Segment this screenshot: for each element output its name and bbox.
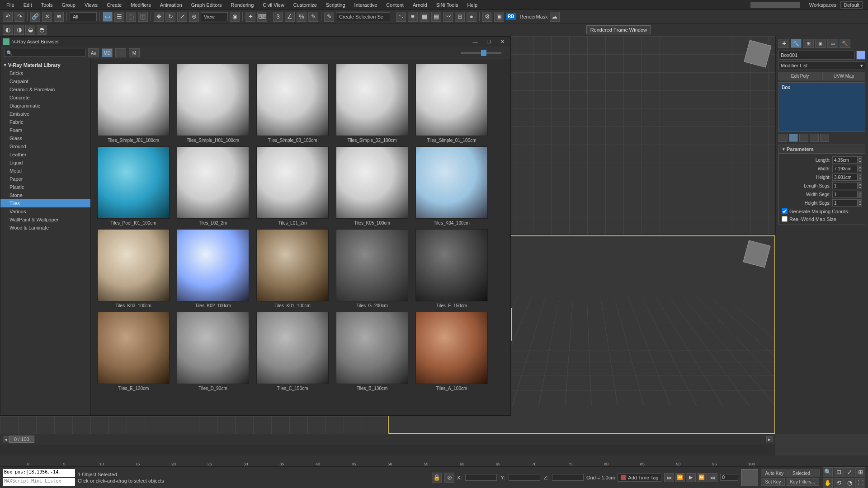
category-glass[interactable]: Glass	[0, 134, 90, 142]
material-thumb[interactable]: Tiles_Simple_01_100cm	[414, 64, 490, 143]
filter-dropdown[interactable]: All	[70, 12, 97, 21]
menu-group[interactable]: Group	[57, 1, 80, 9]
modify-tab[interactable]: 🔧	[791, 39, 802, 48]
category-fabric[interactable]: Fabric	[0, 118, 90, 126]
hgtseg-input[interactable]	[832, 199, 858, 206]
menu-help[interactable]: Help	[462, 1, 482, 9]
create-tab[interactable]: ✚	[778, 39, 789, 48]
maxscript-output[interactable]: Box pos:[18.1956,-14.	[3, 469, 75, 477]
orbit-button[interactable]: ⟲	[834, 478, 844, 488]
layer-explorer-button[interactable]: ▦	[420, 12, 429, 22]
menu-views[interactable]: Views	[80, 1, 102, 9]
viewcube-persp-icon[interactable]	[743, 240, 770, 267]
fov-button[interactable]: ◔	[844, 478, 854, 488]
material-editor-button[interactable]: ●	[467, 12, 476, 22]
width-up[interactable]: ▴	[858, 165, 862, 169]
material-thumb[interactable]: Tiles_Simple_J01_100cm	[95, 64, 171, 143]
x-input[interactable]	[465, 474, 497, 481]
curve-editor-button[interactable]: 〰	[443, 12, 453, 22]
category-plastic[interactable]: Plastic	[0, 183, 90, 191]
autokey-button[interactable]: Auto Key	[761, 469, 788, 477]
menu-animation[interactable]: Animation	[156, 1, 187, 9]
menu-edit[interactable]: Edit	[19, 1, 37, 9]
mode-list-button[interactable]: ⁝	[115, 48, 126, 57]
zoom-extents-all-button[interactable]: ⊞	[855, 467, 865, 477]
render-setup-button[interactable]: ⚙	[482, 12, 492, 22]
parameters-rollout-header[interactable]: Parameters	[778, 145, 865, 154]
maxscript-input[interactable]: MAXScript Mini Listen	[3, 478, 75, 486]
material-thumb[interactable]: Tiles_Pool_I01_100cm	[95, 146, 171, 225]
goto-end-button[interactable]: ⏭	[708, 473, 717, 482]
stack-item-box[interactable]: Box	[780, 84, 864, 91]
material-thumb[interactable]: Tiles_Simple_02_100cm	[334, 64, 410, 143]
material-thumb[interactable]: Tiles_K01_100cm	[255, 229, 330, 308]
time-slider[interactable]: ◂ 0 / 100 ▸	[0, 434, 775, 445]
redo-button[interactable]: ↷	[14, 12, 24, 22]
lenseg-up[interactable]: ▴	[858, 182, 862, 186]
pan-button[interactable]: ✋	[823, 478, 833, 488]
menu-interactive[interactable]: Interactive	[350, 1, 382, 9]
angle-snap-button[interactable]: ∠	[285, 12, 295, 22]
category-leather[interactable]: Leather	[0, 150, 90, 159]
motion-tab[interactable]: ◉	[815, 39, 826, 48]
manipulate-button[interactable]: ✦	[245, 12, 255, 22]
sec-btn-1[interactable]: ◐	[3, 25, 13, 35]
prev-frame-play-button[interactable]: ⏪	[675, 473, 685, 482]
modifier-stack[interactable]: Box	[778, 82, 865, 132]
hgtseg-up[interactable]: ▴	[858, 199, 862, 203]
height-up[interactable]: ▴	[858, 174, 862, 177]
current-frame-input[interactable]	[720, 474, 738, 481]
placement-button[interactable]: ⊕	[189, 12, 199, 22]
add-time-tag-button[interactable]: Add Time Tag	[618, 474, 661, 482]
workspace-dropdown[interactable]: Default	[840, 1, 863, 9]
zoom-button[interactable]: 🔍	[823, 467, 833, 477]
z-input[interactable]	[552, 474, 584, 481]
category-paper[interactable]: Paper	[0, 175, 90, 183]
category-ground[interactable]: Ground	[0, 142, 90, 150]
height-down[interactable]: ▾	[858, 177, 862, 181]
category-bricks[interactable]: Bricks	[0, 69, 90, 77]
category-stone[interactable]: Stone	[0, 191, 90, 199]
pin-stack-button[interactable]	[778, 134, 788, 142]
category-metal[interactable]: Metal	[0, 167, 90, 175]
schematic-view-button[interactable]: ⊞	[455, 12, 465, 22]
material-thumb[interactable]: Tiles_L02_2m	[175, 146, 251, 225]
scale-button[interactable]: ⤢	[177, 12, 187, 22]
material-thumb[interactable]: Tiles_L01_2m	[255, 146, 330, 225]
nav-plus-icon[interactable]	[741, 469, 758, 486]
widseg-input[interactable]	[832, 191, 858, 198]
play-button[interactable]: ▶	[686, 473, 696, 482]
widseg-up[interactable]: ▴	[858, 191, 862, 194]
modifier-list-dropdown[interactable]: Modifier List▾	[778, 61, 865, 70]
gen-mapping-checkbox[interactable]	[782, 208, 788, 214]
material-thumb[interactable]: Tiles_G_200cm	[334, 229, 410, 308]
asset-browser-titlebar[interactable]: V-Ray Asset Browser — ☐ ✕	[0, 37, 510, 47]
menu-file[interactable]: File	[2, 1, 19, 9]
goto-start-button[interactable]: ⏮	[664, 473, 674, 482]
material-thumb[interactable]: Tiles_Simple_H01_100cm	[175, 64, 251, 143]
window-crossing-button[interactable]: ◫	[138, 12, 148, 22]
ref-coord-dropdown[interactable]: View	[201, 12, 228, 21]
zoom-all-button[interactable]: ⊡	[834, 467, 844, 477]
edit-poly-button[interactable]: Edit Poly	[778, 72, 821, 80]
align-button[interactable]: ≡	[408, 12, 418, 22]
spinner-snap-button[interactable]: ✎	[308, 12, 318, 22]
menu-customize[interactable]: Customize	[289, 1, 321, 9]
y-input[interactable]	[509, 474, 540, 481]
length-up[interactable]: ▴	[858, 156, 862, 160]
utilities-tab[interactable]: 🔨	[840, 39, 850, 48]
height-input[interactable]	[832, 174, 858, 181]
rb-badge[interactable]: RB	[506, 13, 516, 20]
select-by-name-button[interactable]: ☰	[114, 12, 124, 22]
menu-graph-editors[interactable]: Graph Editors	[187, 1, 226, 9]
undo-button[interactable]: ↶	[3, 12, 13, 22]
category-various[interactable]: Various	[0, 207, 90, 216]
next-frame-play-button[interactable]: ⏩	[697, 473, 707, 482]
thumbnail-zoom-slider[interactable]	[461, 52, 501, 54]
bind-spacewarp-button[interactable]: ≋	[54, 12, 64, 22]
menu-tools[interactable]: Tools	[37, 1, 57, 9]
category-concrete[interactable]: Concrete	[0, 94, 90, 102]
category-wood-laminate[interactable]: Wood & Laminate	[0, 224, 90, 232]
isolate-button[interactable]: ⊘	[444, 473, 454, 483]
time-slider-handle[interactable]: 0 / 100	[9, 436, 34, 443]
